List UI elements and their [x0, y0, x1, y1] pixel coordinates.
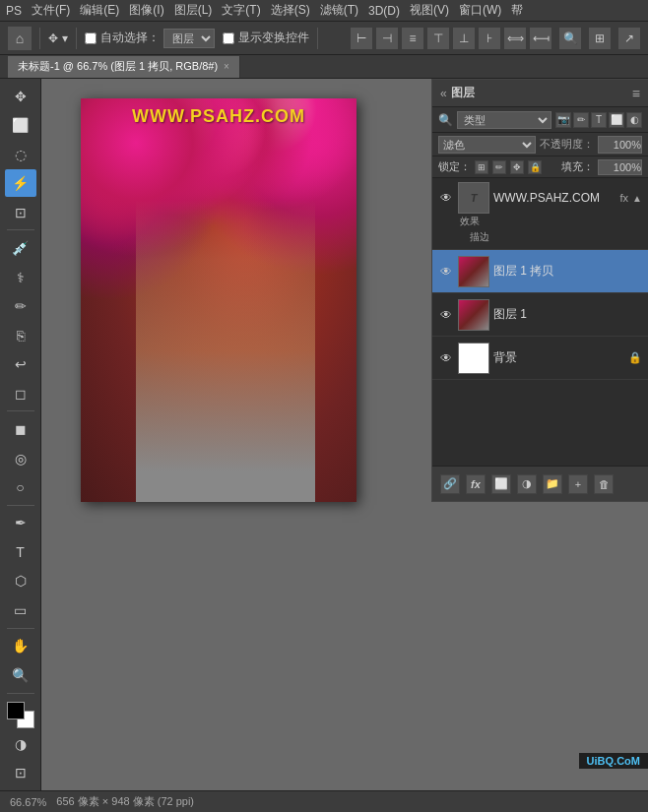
- brush-btn[interactable]: ✏: [5, 292, 36, 319]
- zoom-btn[interactable]: 🔍: [5, 661, 36, 688]
- menu-window[interactable]: 窗口(W): [459, 2, 501, 19]
- panel-collapse-btn[interactable]: «: [440, 87, 447, 100]
- tab-label: 未标题-1 @ 66.7% (图层 1 拷贝, RGB/8#): [18, 59, 218, 74]
- align-middle-icon[interactable]: ⊥: [453, 28, 475, 49]
- pen-btn[interactable]: ✒: [5, 510, 36, 536]
- align-top-icon[interactable]: ⊤: [427, 28, 449, 49]
- tool-separator: [7, 229, 34, 230]
- filter-pixel-icon[interactable]: 📷: [555, 112, 571, 128]
- auto-select-checkbox[interactable]: [85, 32, 97, 44]
- status-dimensions: 656 像素 × 948 像素 (72 ppi): [56, 794, 194, 809]
- layer-fx-icon[interactable]: fx: [620, 192, 629, 204]
- share-icon[interactable]: ↗: [618, 28, 640, 49]
- tool-sep4: [7, 628, 34, 629]
- menu-help[interactable]: 帮: [511, 2, 523, 19]
- auto-select-dropdown[interactable]: 图层 组: [163, 29, 215, 48]
- eraser-btn[interactable]: ◻: [5, 380, 36, 406]
- arrange-icon[interactable]: ⊞: [589, 28, 611, 49]
- effect-label: 效果: [460, 214, 642, 229]
- tool-sep2: [7, 410, 34, 411]
- menu-layer[interactable]: 图层(L): [174, 2, 213, 19]
- layer-info-bg: 背景: [493, 349, 624, 366]
- filter-text-icon[interactable]: T: [591, 112, 607, 128]
- align-bottom-icon[interactable]: ⊦: [479, 28, 500, 49]
- foreground-color[interactable]: [7, 702, 25, 719]
- footer-link-icon[interactable]: 🔗: [440, 474, 460, 494]
- toolbar-divider2: [76, 28, 77, 49]
- background-row[interactable]: 👁 背景 🔒: [432, 337, 648, 380]
- heal-btn[interactable]: ⚕: [5, 264, 36, 290]
- blur-btn[interactable]: ◎: [5, 445, 36, 471]
- align-right-icon[interactable]: ≡: [402, 28, 423, 49]
- lock-paint-icon[interactable]: ✏: [492, 160, 506, 174]
- move-tool-btn[interactable]: ✥: [5, 83, 36, 109]
- text-layer-row[interactable]: 👁 T WWW.PSAHZ.COM fx ▲ 效果 描边: [432, 178, 648, 250]
- menu-view[interactable]: 视图(V): [410, 2, 449, 19]
- lasso-tool-btn[interactable]: ◌: [5, 141, 36, 167]
- footer-group-icon[interactable]: 📁: [543, 474, 562, 494]
- layer-eye-1copy[interactable]: 👁: [438, 264, 454, 280]
- transform-checkbox[interactable]: [223, 32, 234, 44]
- marquee-tool-btn[interactable]: ⬜: [5, 111, 36, 138]
- lock-position-icon[interactable]: ✥: [510, 160, 524, 174]
- shape-btn[interactable]: ▭: [5, 596, 36, 623]
- move-tool[interactable]: ✥ ▾: [48, 31, 68, 45]
- layer-thumb-1: [458, 299, 489, 331]
- photo-person: [136, 200, 315, 503]
- menu-select[interactable]: 选择(S): [271, 2, 310, 19]
- menu-3d[interactable]: 3D(D): [368, 4, 400, 18]
- hand-btn[interactable]: ✋: [5, 633, 36, 659]
- magic-wand-btn[interactable]: ⚡: [5, 169, 36, 196]
- path-btn[interactable]: ⬡: [5, 568, 36, 594]
- lock-pixels-icon[interactable]: ⊞: [475, 160, 488, 174]
- fill-input[interactable]: [598, 159, 642, 175]
- layer-eye-text[interactable]: 👁: [438, 190, 454, 206]
- history-btn[interactable]: ↩: [5, 350, 36, 377]
- menu-image[interactable]: 图像(I): [129, 2, 163, 19]
- color-swatch[interactable]: [7, 702, 34, 728]
- align-center-icon[interactable]: ⊣: [376, 28, 398, 49]
- layer1-row[interactable]: 👁 图层 1: [432, 293, 648, 337]
- filter-shape-icon[interactable]: ⬜: [609, 112, 624, 128]
- footer-delete-icon[interactable]: 🗑: [594, 474, 614, 494]
- menu-file[interactable]: 文件(F): [32, 2, 70, 19]
- opacity-input[interactable]: [598, 136, 642, 154]
- align-left-icon[interactable]: ⊢: [351, 28, 372, 49]
- filter-adjust-icon[interactable]: ✏: [573, 112, 589, 128]
- blend-mode-select[interactable]: 滤色 正常 叠加 正片叠底: [438, 136, 536, 154]
- text-btn[interactable]: T: [5, 538, 36, 565]
- layer-arrow[interactable]: ▲: [632, 193, 642, 204]
- menu-edit[interactable]: 编辑(E): [80, 2, 119, 19]
- menu-bar: PS 文件(F) 编辑(E) 图像(I) 图层(L) 文字(T) 选择(S) 滤…: [0, 0, 648, 22]
- document-tab[interactable]: 未标题-1 @ 66.7% (图层 1 拷贝, RGB/8#) ×: [8, 56, 240, 78]
- distribute2-icon[interactable]: ⟻: [530, 28, 551, 49]
- layer-eye-1[interactable]: 👁: [438, 307, 454, 323]
- eyedropper-btn[interactable]: 💉: [5, 234, 36, 261]
- filter-type-select[interactable]: 类型 名称 效果: [457, 111, 551, 129]
- panel-menu-icon[interactable]: ≡: [632, 86, 640, 101]
- lock-all-icon[interactable]: 🔒: [528, 160, 542, 174]
- filter-smart-icon[interactable]: ◐: [626, 112, 642, 128]
- footer-fx-icon[interactable]: fx: [466, 474, 486, 494]
- blend-mode-row: 滤色 正常 叠加 正片叠底 不透明度：: [432, 133, 648, 156]
- menu-ps[interactable]: PS: [6, 4, 22, 18]
- clone-btn[interactable]: ⎘: [5, 322, 36, 348]
- footer-adjustment-icon[interactable]: ◑: [517, 474, 537, 494]
- dodge-btn[interactable]: ○: [5, 473, 36, 500]
- layer1-copy-row[interactable]: 👁 图层 1 拷贝: [432, 250, 648, 293]
- layer-eye-bg[interactable]: 👁: [438, 350, 454, 366]
- menu-filter[interactable]: 滤镜(T): [320, 2, 358, 19]
- home-button[interactable]: ⌂: [8, 27, 32, 50]
- footer-mask-icon[interactable]: ⬜: [491, 474, 511, 494]
- menu-text[interactable]: 文字(T): [222, 2, 260, 19]
- gradient-btn[interactable]: ◼: [5, 415, 36, 442]
- search-icon[interactable]: 🔍: [559, 28, 581, 49]
- lock-label: 锁定：: [438, 159, 471, 174]
- distribute-icon[interactable]: ⟺: [504, 28, 526, 49]
- crop-tool-btn[interactable]: ⊡: [5, 199, 36, 225]
- mask-btn[interactable]: ◑: [5, 730, 36, 757]
- screen-btn[interactable]: ⊡: [5, 760, 36, 786]
- layers-list: 👁 T WWW.PSAHZ.COM fx ▲ 效果 描边: [432, 178, 648, 466]
- footer-new-icon[interactable]: +: [568, 474, 588, 494]
- tab-close-button[interactable]: ×: [224, 61, 229, 72]
